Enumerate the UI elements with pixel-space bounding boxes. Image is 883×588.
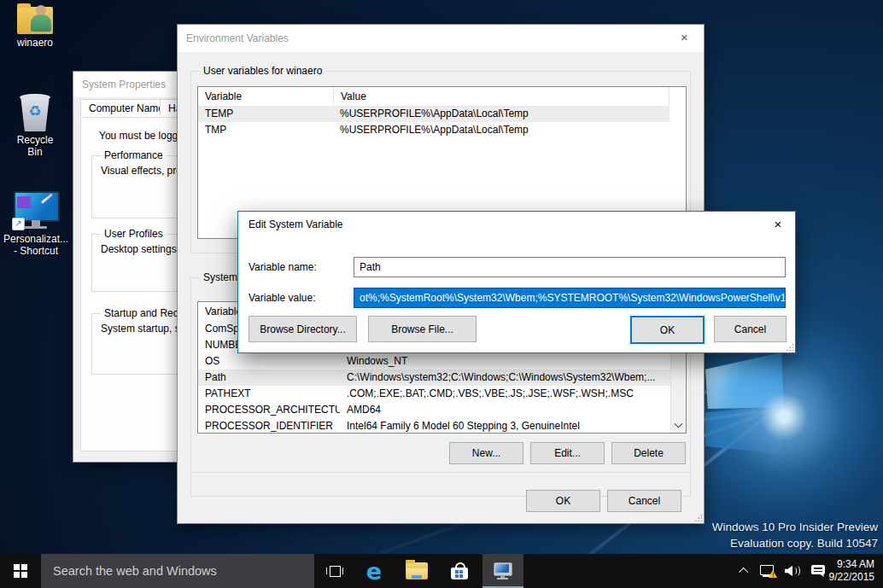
edit-dialog-titlebar[interactable]: Edit System Variable × bbox=[238, 212, 795, 237]
table-row[interactable]: PROCESSOR_IDENTIFIERIntel64 Family 6 Mod… bbox=[198, 418, 671, 434]
system-properties-taskbar-button[interactable] bbox=[482, 554, 523, 588]
edit-button[interactable]: Edit... bbox=[530, 442, 605, 464]
desktop-icon-personalization-shortcut[interactable]: ↗ Personalizat... - Shortcut bbox=[3, 191, 68, 257]
group-label: User variables for winaero bbox=[200, 65, 325, 77]
time: 9:34 AM bbox=[837, 558, 874, 571]
network-status-button[interactable]: ! bbox=[757, 554, 781, 588]
group-label: User Profiles bbox=[101, 228, 167, 240]
recycle-bin-icon: ♻ bbox=[19, 92, 51, 131]
edit-system-variable-dialog: Edit System Variable × Variable name: Pa… bbox=[237, 211, 796, 353]
file-explorer-icon bbox=[406, 562, 428, 579]
volume-button[interactable] bbox=[781, 554, 804, 588]
variable-name-cell: PROCESSOR_IDENTIFIER bbox=[198, 418, 340, 434]
shortcut-arrow-icon: ↗ bbox=[12, 218, 25, 230]
desktop-icon-recycle-bin[interactable]: ♻ Recycle Bin bbox=[9, 92, 61, 158]
variable-value-input[interactable]: ot%;%SystemRoot%\System32\Wbem;%SYSTEMRO… bbox=[354, 288, 786, 308]
close-icon[interactable]: × bbox=[761, 212, 795, 237]
personalization-monitor-icon: ↗ bbox=[12, 191, 60, 230]
evaluation-watermark: Windows 10 Pro Insider Preview Evaluatio… bbox=[712, 519, 878, 551]
action-center-button[interactable] bbox=[806, 554, 830, 588]
variable-name-label: Variable name: bbox=[249, 257, 317, 277]
variable-name-cell: PROCESSOR_ARCHITECTURE bbox=[198, 402, 340, 418]
task-view-icon bbox=[326, 565, 343, 577]
desktop: winaero ♻ Recycle Bin ↗ Personalizat... … bbox=[0, 0, 883, 588]
table-row[interactable]: TEMP%USERPROFILE%\AppData\Local\Temp bbox=[198, 106, 670, 122]
variable-value-cell: %USERPROFILE%\AppData\Local\Temp bbox=[333, 122, 670, 138]
separator bbox=[190, 472, 689, 473]
new-button[interactable]: New... bbox=[449, 442, 523, 464]
user-folder-icon bbox=[17, 7, 53, 34]
system-properties-icon bbox=[493, 562, 513, 580]
scroll-down-icon[interactable] bbox=[675, 420, 683, 428]
table-row[interactable]: PathC:\Windows\system32;C:\Windows;C:\Wi… bbox=[198, 370, 671, 386]
variable-name-cell: OS bbox=[198, 353, 340, 370]
resize-grip[interactable] bbox=[786, 343, 793, 351]
variable-value-cell: Windows_NT bbox=[340, 353, 671, 370]
search-input[interactable]: Search the web and Windows bbox=[41, 554, 314, 588]
table-row[interactable]: TMP%USERPROFILE%\AppData\Local\Temp bbox=[198, 122, 670, 138]
task-view-button[interactable] bbox=[318, 554, 352, 588]
window-title: System Properties bbox=[82, 72, 166, 97]
table-row[interactable]: PROCESSOR_ARCHITECTUREAMD64 bbox=[198, 402, 671, 418]
desktop-icon-winaero[interactable]: winaero bbox=[9, 7, 61, 49]
tray-overflow-button[interactable] bbox=[734, 554, 755, 588]
store-button[interactable] bbox=[442, 554, 477, 588]
file-explorer-button[interactable] bbox=[400, 554, 434, 588]
cancel-button[interactable]: Cancel bbox=[607, 490, 681, 512]
desktop-icon-label: winaero bbox=[17, 37, 53, 49]
start-button[interactable] bbox=[0, 554, 41, 588]
variable-value-cell: C:\Windows\system32;C:\Windows;C:\Window… bbox=[340, 370, 671, 386]
ok-button[interactable]: OK bbox=[630, 316, 705, 344]
variable-value-cell: .COM;.EXE;.BAT;.CMD;.VBS;.VBE;.JS;.JSE;.… bbox=[340, 386, 671, 402]
variable-name-cell: Path bbox=[198, 370, 340, 386]
close-icon[interactable]: × bbox=[665, 25, 704, 50]
taskbar: Search the web and Windows e bbox=[0, 554, 883, 588]
window-title: Environment Variables bbox=[186, 25, 289, 52]
table-body: TEMP%USERPROFILE%\AppData\Local\TempTMP%… bbox=[198, 106, 686, 138]
variable-name-input[interactable]: Path bbox=[354, 257, 786, 277]
edge-button[interactable]: e bbox=[357, 554, 391, 588]
environment-variables-titlebar[interactable]: Environment Variables × bbox=[178, 25, 704, 52]
browse-file-button[interactable]: Browse File... bbox=[368, 316, 477, 342]
variable-name-cell: TMP bbox=[198, 122, 333, 138]
table-header: Variable Value bbox=[198, 87, 670, 106]
action-center-icon bbox=[811, 564, 826, 578]
resize-grip[interactable] bbox=[694, 514, 702, 521]
cancel-button[interactable]: Cancel bbox=[714, 316, 787, 342]
column-header-value[interactable]: Value bbox=[334, 87, 670, 106]
column-header-variable[interactable]: Variable bbox=[198, 87, 334, 106]
browse-directory-button[interactable]: Browse Directory... bbox=[249, 316, 357, 342]
group-label: Performance bbox=[101, 149, 167, 161]
ok-button[interactable]: OK bbox=[526, 490, 600, 512]
table-row[interactable]: PATHEXT.COM;.EXE;.BAT;.CMD;.VBS;.VBE;.JS… bbox=[198, 386, 671, 402]
windows-logo-icon bbox=[14, 564, 27, 578]
clock[interactable]: 9:34 AM 9/22/2015 bbox=[830, 554, 880, 588]
variable-value-label: Variable value: bbox=[249, 288, 316, 308]
variable-value-cell: %USERPROFILE%\AppData\Local\Temp bbox=[333, 106, 670, 122]
variable-value-cell: Intel64 Family 6 Model 60 Stepping 3, Ge… bbox=[340, 418, 671, 434]
variable-value-cell: AMD64 bbox=[340, 402, 671, 418]
variable-name-cell: PATHEXT bbox=[198, 386, 340, 402]
volume-icon bbox=[785, 564, 800, 578]
variable-name-cell: TEMP bbox=[198, 106, 333, 122]
edge-icon: e bbox=[366, 560, 382, 583]
network-warning-icon: ! bbox=[760, 564, 777, 578]
desktop-icon-label: Recycle Bin bbox=[9, 134, 61, 158]
table-row[interactable]: OSWindows_NT bbox=[198, 353, 671, 370]
dialog-title: Edit System Variable bbox=[249, 212, 343, 237]
delete-button[interactable]: Delete bbox=[611, 442, 686, 464]
chevron-up-icon bbox=[739, 568, 748, 577]
search-placeholder: Search the web and Windows bbox=[53, 564, 217, 578]
date: 9/22/2015 bbox=[829, 571, 874, 584]
store-icon bbox=[450, 562, 469, 580]
desktop-icon-label: Personalizat... - Shortcut bbox=[3, 233, 68, 257]
